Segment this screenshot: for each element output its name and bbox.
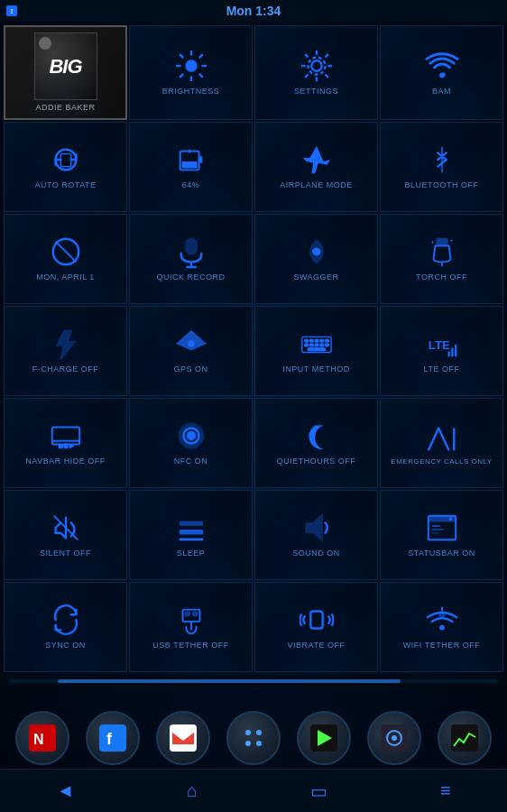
moon-icon — [300, 419, 334, 453]
status-time: Mon 1:34 — [226, 4, 281, 18]
airplane-icon — [300, 143, 334, 177]
dock-item-play[interactable] — [297, 711, 351, 765]
tile-statusbar[interactable]: STATUSBAR ON — [380, 490, 503, 580]
svg-rect-35 — [319, 340, 323, 343]
bluetooth-label: BLUETOOTH OFF — [405, 180, 479, 190]
svg-line-9 — [198, 54, 202, 58]
swagger-icon — [300, 235, 334, 269]
fcharge-label: F-CHARGE OFF — [32, 364, 99, 374]
tile-gps[interactable]: GPS ON — [129, 306, 253, 396]
dock-item-gmail[interactable] — [156, 711, 210, 765]
auto-rotate-icon — [49, 143, 83, 177]
tile-input-method[interactable]: INPUT METHOD — [254, 306, 378, 396]
svg-point-75 — [245, 730, 251, 735]
tile-sync[interactable]: SYNC ON — [4, 582, 127, 672]
swagger-label: SWAGGER — [293, 272, 338, 282]
tile-silent[interactable]: SILENT OFF — [4, 490, 127, 580]
sleep-icon — [174, 511, 208, 545]
svg-point-46 — [59, 445, 62, 448]
tile-torch[interactable]: TORCH OFF — [380, 214, 503, 304]
gps-icon — [174, 327, 208, 361]
dock-item-photos[interactable] — [367, 711, 421, 765]
main-grid-area: BIG ADDIE BAKER BRIGHTNESS — [0, 22, 507, 676]
home-button[interactable]: ⌂ — [180, 773, 205, 808]
battery-icon — [174, 143, 208, 177]
statusbar-label: STATUSBAR ON — [408, 549, 475, 558]
recents-button[interactable]: ▭ — [303, 773, 335, 809]
tile-vibrate[interactable]: VIBRATE OFF — [254, 582, 378, 672]
vibrate-label: VIBRATE OFF — [288, 641, 346, 651]
sound-icon — [300, 511, 334, 545]
svg-point-13 — [439, 73, 445, 78]
tile-settings[interactable]: SETTINGS — [254, 25, 378, 120]
svg-text:!: ! — [11, 7, 14, 15]
back-button[interactable]: ◄ — [49, 773, 81, 808]
tiles-grid: BIG ADDIE BAKER BRIGHTNESS — [4, 25, 503, 672]
svg-rect-64 — [185, 613, 189, 616]
wifi-tether-icon — [425, 603, 459, 637]
svg-rect-39 — [315, 344, 318, 346]
lte-icon: LTE — [425, 327, 459, 361]
svg-rect-65 — [192, 613, 197, 616]
tile-bluetooth[interactable]: BLUETOOTH OFF — [380, 122, 503, 212]
tile-swagger[interactable]: SWAGGER — [254, 214, 378, 304]
tile-quiethours[interactable]: QUIETHOURS OFF — [254, 398, 378, 488]
airplane-label: AIRPLANE MODE — [280, 180, 353, 190]
nfc-label: NFC ON — [174, 457, 208, 466]
profile-tile[interactable]: BIG ADDIE BAKER — [4, 25, 127, 120]
tile-emergency[interactable]: EMERGENCY CALLS ONLY — [380, 398, 503, 488]
svg-rect-54 — [179, 530, 203, 535]
tile-quick-record[interactable]: QUICK RECORD — [129, 214, 253, 304]
svg-point-58 — [448, 518, 452, 521]
svg-text:LTE: LTE — [428, 338, 449, 352]
dock-item-apps[interactable] — [226, 711, 281, 765]
dock-item-netflix[interactable]: N — [15, 711, 69, 765]
tile-navbar[interactable]: NAVBAR HIDE OFF — [4, 398, 127, 488]
torch-icon — [425, 235, 459, 269]
tile-airplane[interactable]: AIRPLANE MODE — [254, 122, 378, 212]
svg-rect-40 — [319, 344, 323, 346]
svg-text:f: f — [106, 730, 113, 748]
gps-label: GPS ON — [173, 364, 207, 374]
lte-label: LTE OFF — [424, 364, 460, 374]
svg-line-10 — [180, 74, 183, 78]
tile-bam[interactable]: BAM — [380, 25, 503, 120]
svg-rect-33 — [309, 340, 313, 343]
tile-sound[interactable]: SOUND ON — [254, 490, 378, 580]
tile-nfc[interactable]: NFC ON — [129, 398, 253, 488]
svg-rect-37 — [304, 344, 308, 346]
sleep-label: SLEEP — [177, 549, 206, 558]
tile-date[interactable]: MON, APRIL 1 — [4, 214, 127, 304]
tile-lte[interactable]: LTE LTE OFF — [380, 306, 503, 396]
auto-rotate-label: AUTO ROTATE — [34, 180, 96, 190]
emergency-label: EMERGENCY CALLS ONLY — [391, 457, 492, 466]
battery-label: 64% — [182, 180, 200, 190]
tile-auto-rotate[interactable]: AUTO ROTATE — [4, 122, 127, 212]
svg-point-30 — [188, 341, 195, 348]
svg-point-25 — [314, 250, 319, 255]
tile-sleep[interactable]: SLEEP — [129, 490, 253, 580]
svg-line-29 — [450, 240, 452, 242]
svg-rect-72 — [99, 724, 126, 752]
tile-battery[interactable]: 64% — [129, 122, 253, 212]
profile-avatar: BIG — [34, 32, 97, 100]
scroll-bar-area[interactable] — [0, 676, 507, 687]
date-label: MON, APRIL 1 — [36, 272, 95, 282]
scroll-thumb — [58, 679, 400, 683]
quick-record-label: QUICK RECORD — [156, 272, 225, 282]
sound-label: SOUND ON — [292, 549, 340, 558]
svg-point-68 — [438, 612, 446, 619]
dock: N f — [0, 707, 507, 769]
menu-button[interactable]: ≡ — [433, 773, 458, 808]
torch-label: TORCH OFF — [416, 272, 467, 282]
tile-usb-tether[interactable]: USB TETHER OFF — [129, 582, 253, 672]
tile-fcharge[interactable]: F-CHARGE OFF — [4, 306, 127, 396]
svg-rect-34 — [315, 340, 318, 343]
status-bar: ! Mon 1:34 — [0, 0, 507, 22]
tile-brightness[interactable]: BRIGHTNESS — [129, 25, 253, 120]
scroll-track — [9, 679, 498, 683]
dock-item-stocks[interactable] — [438, 711, 492, 765]
dock-item-facebook[interactable]: f — [86, 711, 140, 765]
tile-wifi-tether[interactable]: WIFI TETHER OFF — [380, 582, 503, 672]
svg-rect-61 — [431, 532, 438, 534]
